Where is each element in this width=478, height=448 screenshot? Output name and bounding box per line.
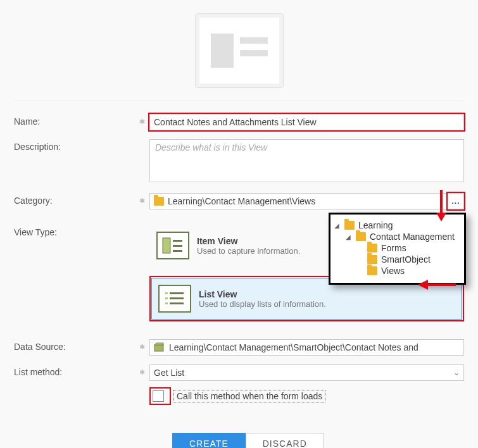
- data-source-value: Learning\Contact Management\SmartObject\…: [169, 342, 418, 352]
- name-input[interactable]: [149, 114, 464, 130]
- folder-icon: [367, 255, 377, 264]
- tree-label: Contact Management: [370, 232, 455, 242]
- create-button[interactable]: CREATE: [172, 433, 246, 448]
- svg-rect-2: [173, 245, 182, 247]
- svg-rect-10: [154, 345, 163, 351]
- category-value: Learning\Contact Management\Views: [168, 196, 315, 206]
- chevron-down-icon: ⌄: [453, 368, 460, 377]
- folder-icon: [154, 197, 164, 206]
- tree-label: Forms: [381, 243, 406, 253]
- tree-collapse-icon[interactable]: ◢: [334, 222, 341, 229]
- required-star-icon: ✱: [139, 339, 149, 351]
- svg-rect-7: [170, 297, 184, 299]
- svg-rect-0: [163, 238, 170, 253]
- svg-rect-3: [173, 250, 182, 252]
- view-type-preview-icon: [195, 13, 284, 88]
- tree-collapse-icon[interactable]: ◢: [346, 233, 352, 240]
- folder-icon: [356, 232, 366, 241]
- item-view-title: Item View: [197, 236, 300, 246]
- item-view-icon: [156, 232, 189, 259]
- call-on-load-checkbox[interactable]: [153, 390, 164, 402]
- call-on-load-label: Call this method when the form loads: [173, 390, 325, 402]
- list-method-select[interactable]: Get List ⌄: [149, 364, 464, 381]
- folder-icon: [344, 221, 355, 230]
- category-tree-popup: ◢ Learning ◢ Contact Management Forms Sm…: [329, 213, 466, 285]
- svg-rect-4: [165, 292, 168, 294]
- category-display[interactable]: Learning\Contact Management\Views: [149, 193, 448, 209]
- tree-node-smartobject[interactable]: SmartObject: [334, 254, 460, 265]
- data-source-label: Data Source:: [14, 339, 139, 352]
- tree-label: SmartObject: [381, 254, 431, 264]
- category-label: Category:: [14, 193, 139, 206]
- required-star-icon: ✱: [139, 364, 149, 376]
- header-icon-region: [14, 0, 464, 101]
- tree-node-contact-management[interactable]: ◢ Contact Management: [334, 231, 460, 242]
- svg-marker-13: [436, 213, 446, 221]
- svg-rect-6: [165, 297, 168, 299]
- data-source-display[interactable]: Learning\Contact Management\SmartObject\…: [149, 339, 464, 356]
- item-view-desc: Used to capture information.: [197, 246, 300, 256]
- list-view-icon: [158, 285, 191, 313]
- required-star-icon: ✱: [139, 114, 149, 126]
- svg-marker-11: [154, 343, 163, 345]
- svg-marker-15: [418, 280, 428, 290]
- required-star-spacer: [139, 139, 149, 143]
- annotation-arrow-down-icon: [435, 190, 448, 221]
- tree-label: Views: [381, 266, 405, 276]
- svg-rect-1: [173, 240, 182, 242]
- list-view-title: List View: [199, 289, 326, 299]
- folder-icon: [367, 266, 377, 275]
- view-type-label: View Type:: [14, 225, 139, 237]
- discard-button[interactable]: DISCARD: [246, 433, 324, 448]
- list-method-value: Get List: [154, 368, 184, 378]
- svg-rect-5: [170, 292, 184, 294]
- description-label: Description:: [14, 139, 139, 152]
- tree-label: Learning: [358, 220, 393, 230]
- name-label: Name:: [14, 114, 139, 127]
- svg-rect-9: [170, 302, 184, 304]
- category-browse-button[interactable]: ...: [448, 193, 464, 209]
- list-method-label: List method:: [14, 364, 139, 377]
- smartobject-icon: [154, 342, 164, 352]
- description-textarea[interactable]: [149, 139, 464, 182]
- tree-node-forms[interactable]: Forms: [334, 242, 460, 254]
- tree-node-views[interactable]: Views: [334, 265, 460, 277]
- list-view-desc: Used to display lists of information.: [199, 299, 326, 309]
- folder-icon: [367, 244, 377, 252]
- required-star-icon: ✱: [139, 193, 149, 205]
- annotation-arrow-left-icon: [418, 278, 456, 291]
- svg-rect-8: [165, 302, 168, 304]
